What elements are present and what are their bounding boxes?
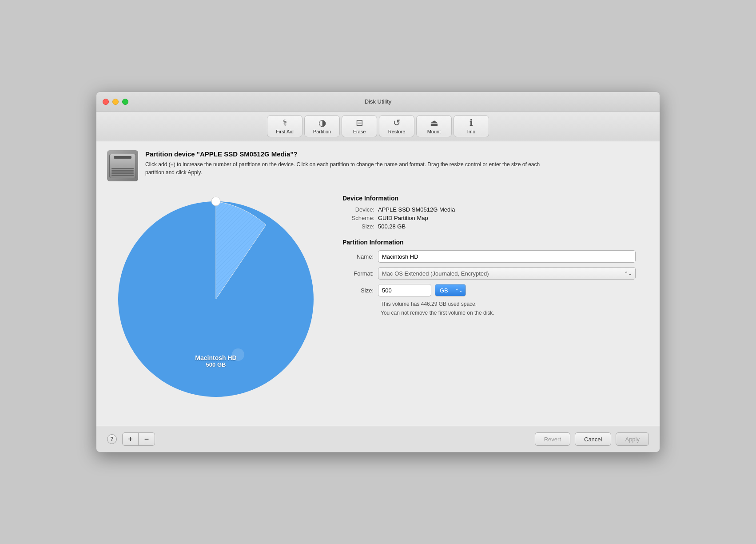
pie-container: Macintosh HD 500 GB xyxy=(107,190,325,408)
svg-point-1 xyxy=(211,197,220,206)
unit-select-container: GB MB TB ⌃⌄ xyxy=(435,284,466,296)
header-text: Partition device "APPLE SSD SM0512G Medi… xyxy=(145,150,545,176)
partition-info: Partition Information Name: Format: Mac … xyxy=(342,239,649,316)
name-input[interactable] xyxy=(378,250,636,263)
window-title: Disk Utility xyxy=(365,98,392,105)
name-field-label: Name: xyxy=(342,253,378,260)
size-input[interactable] xyxy=(378,284,431,296)
mount-icon: ⏏ xyxy=(430,118,438,127)
svg-point-2 xyxy=(232,348,244,361)
size-label: Size: xyxy=(342,223,378,230)
device-label: Device: xyxy=(342,206,378,213)
scheme-value: GUID Partition Map xyxy=(378,215,428,221)
main-area: Macintosh HD 500 GB Device Information D… xyxy=(107,190,649,408)
add-remove-group: + − xyxy=(122,432,155,446)
format-select[interactable]: Mac OS Extended (Journaled, Encrypted) M… xyxy=(378,267,636,280)
size-field-row: Size: GB MB TB ⌃⌄ xyxy=(342,284,649,296)
mount-button[interactable]: ⏏ Mount xyxy=(416,115,452,137)
first-aid-icon: ⚕ xyxy=(283,118,287,127)
pie-chart[interactable] xyxy=(107,190,325,408)
info-label: Info xyxy=(467,129,475,134)
first-aid-label: First Aid xyxy=(276,129,294,134)
info-icon: ℹ xyxy=(470,118,473,127)
apply-button[interactable]: Apply xyxy=(616,432,649,446)
erase-button[interactable]: ⊟ Erase xyxy=(342,115,377,137)
add-partition-button[interactable]: + xyxy=(123,433,139,445)
size-controls: GB MB TB ⌃⌄ xyxy=(378,284,466,296)
bottom-left: ? + − xyxy=(107,432,155,446)
device-info-rows: Device: APPLE SSD SM0512G Media Scheme: … xyxy=(342,206,649,230)
partition-info-title: Partition Information xyxy=(342,239,649,246)
format-field-label: Format: xyxy=(342,270,378,277)
main-window: Disk Utility ⚕ First Aid ◑ Partition ⊟ E… xyxy=(96,92,660,452)
size-value: 500.28 GB xyxy=(378,223,406,230)
first-aid-button[interactable]: ⚕ First Aid xyxy=(267,115,302,137)
titlebar: Disk Utility xyxy=(96,92,660,112)
scheme-row: Scheme: GUID Partition Map xyxy=(342,215,649,221)
info-area: Device Information Device: APPLE SSD SM0… xyxy=(342,190,649,319)
scheme-label: Scheme: xyxy=(342,215,378,221)
close-button[interactable] xyxy=(103,99,109,105)
restore-icon: ↺ xyxy=(393,118,401,127)
size-row: Size: 500.28 GB xyxy=(342,223,649,230)
toolbar: ⚕ First Aid ◑ Partition ⊟ Erase ↺ Restor… xyxy=(96,112,660,141)
mount-label: Mount xyxy=(427,129,441,134)
name-row: Name: xyxy=(342,250,649,263)
partition-button[interactable]: ◑ Partition xyxy=(304,115,340,137)
header-section: Partition device "APPLE SSD SM0512G Medi… xyxy=(107,150,649,181)
bottom-bar: ? + − Revert Cancel Apply xyxy=(96,426,660,452)
remove-partition-button[interactable]: − xyxy=(139,433,155,445)
info-button[interactable]: ℹ Info xyxy=(454,115,489,137)
content-area: Partition device "APPLE SSD SM0512G Medi… xyxy=(96,141,660,417)
erase-icon: ⊟ xyxy=(356,118,363,127)
note2: You can not remove the first volume on t… xyxy=(342,310,649,316)
header-description: Click add (+) to increase the number of … xyxy=(145,160,545,176)
partition-label: Partition xyxy=(313,129,331,134)
help-button[interactable]: ? xyxy=(107,434,117,444)
header-title: Partition device "APPLE SSD SM0512G Medi… xyxy=(145,150,545,158)
format-select-container: Mac OS Extended (Journaled, Encrypted) M… xyxy=(378,267,636,280)
pie-area: Macintosh HD 500 GB xyxy=(107,190,329,408)
size-field-label: Size: xyxy=(342,287,378,294)
restore-label: Restore xyxy=(388,129,406,134)
maximize-button[interactable] xyxy=(122,99,128,105)
minimize-button[interactable] xyxy=(112,99,119,105)
device-value: APPLE SSD SM0512G Media xyxy=(378,206,455,213)
cancel-button[interactable]: Cancel xyxy=(575,432,611,446)
format-row: Format: Mac OS Extended (Journaled, Encr… xyxy=(342,267,649,280)
traffic-lights xyxy=(103,99,128,105)
erase-label: Erase xyxy=(353,129,366,134)
device-row: Device: APPLE SSD SM0512G Media xyxy=(342,206,649,213)
unit-select[interactable]: GB MB TB xyxy=(435,284,466,296)
device-info-title: Device Information xyxy=(342,195,649,202)
bottom-right: Revert Cancel Apply xyxy=(535,432,649,446)
drive-icon xyxy=(107,150,138,181)
partition-icon: ◑ xyxy=(318,118,326,127)
note1: This volume has 446.29 GB used space. xyxy=(342,301,649,307)
revert-button[interactable]: Revert xyxy=(535,432,570,446)
restore-button[interactable]: ↺ Restore xyxy=(379,115,414,137)
